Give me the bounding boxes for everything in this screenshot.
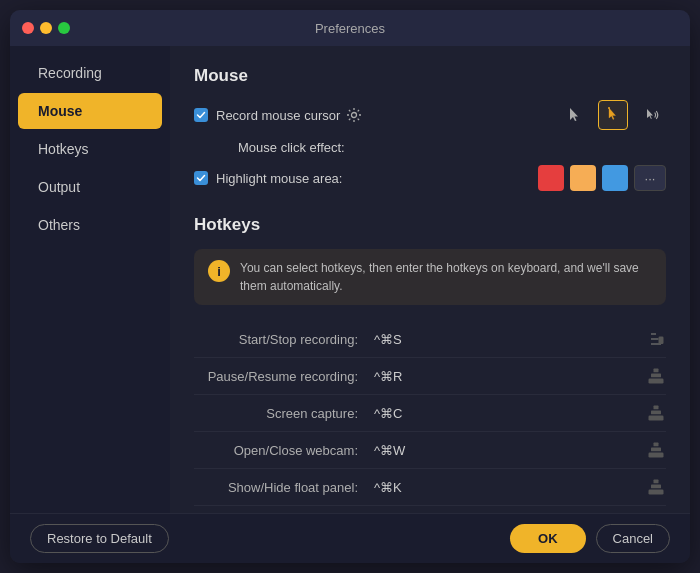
- main-content: Mouse Record mouse cursor: [170, 46, 690, 513]
- checkmark-icon: [196, 110, 206, 120]
- record-cursor-checkbox[interactable]: [194, 108, 208, 122]
- hotkey-pause-resume-label: Pause/Resume recording:: [194, 369, 374, 384]
- sidebar: Recording Mouse Hotkeys Output Others: [10, 46, 170, 513]
- hotkeys-section-title: Hotkeys: [194, 215, 666, 235]
- cancel-button[interactable]: Cancel: [596, 524, 670, 553]
- hotkey-webcam-edit[interactable]: [646, 440, 666, 460]
- svg-rect-2: [659, 337, 664, 345]
- title-bar: Preferences: [10, 10, 690, 46]
- mouse-click-row: Mouse click effect:: [216, 140, 666, 155]
- hotkeys-info-text: You can select hotkeys, then enter the h…: [240, 259, 652, 295]
- hotkey-start-stop-value: ^⌘S: [374, 332, 646, 347]
- highlight-area-checkbox-wrap: Highlight mouse area:: [194, 171, 342, 186]
- hotkey-screen-capture-value: ^⌘C: [374, 406, 646, 421]
- restore-default-button[interactable]: Restore to Default: [30, 524, 169, 553]
- svg-rect-5: [654, 369, 659, 373]
- mouse-section-title: Mouse: [194, 66, 666, 86]
- footer: Restore to Default OK Cancel: [10, 513, 690, 563]
- edit-icon-3: [646, 403, 666, 423]
- svg-rect-8: [654, 406, 659, 410]
- svg-rect-13: [651, 485, 661, 489]
- cursor-ripple-btn[interactable]: [636, 100, 666, 130]
- more-colors-btn[interactable]: ···: [634, 165, 666, 191]
- color-yellow-btn[interactable]: [570, 165, 596, 191]
- hotkey-float-panel-edit[interactable]: [646, 477, 666, 497]
- sidebar-item-others[interactable]: Others: [18, 207, 162, 243]
- mouse-click-label: Mouse click effect:: [238, 140, 345, 155]
- highlight-colors: ···: [538, 165, 666, 191]
- ok-button[interactable]: OK: [510, 524, 586, 553]
- hotkey-row-pause-resume: Pause/Resume recording: ^⌘R: [194, 358, 666, 395]
- record-cursor-label: Record mouse cursor: [216, 108, 340, 123]
- cursor-normal-btn[interactable]: [560, 100, 590, 130]
- hotkeys-info-box: i You can select hotkeys, then enter the…: [194, 249, 666, 305]
- edit-icon: [646, 329, 666, 349]
- svg-rect-14: [654, 480, 659, 484]
- cursor-click-btn[interactable]: [598, 100, 628, 130]
- sidebar-item-output[interactable]: Output: [18, 169, 162, 205]
- maximize-button[interactable]: [58, 22, 70, 34]
- hotkey-webcam-label: Open/Close webcam:: [194, 443, 374, 458]
- hotkey-row-webcam: Open/Close webcam: ^⌘W: [194, 432, 666, 469]
- preferences-window: Preferences Recording Mouse Hotkeys Outp…: [10, 10, 690, 563]
- hotkey-start-stop-label: Start/Stop recording:: [194, 332, 374, 347]
- footer-buttons: OK Cancel: [510, 524, 670, 553]
- svg-rect-4: [651, 374, 661, 378]
- hotkey-row-float-panel: Show/Hide float panel: ^⌘K: [194, 469, 666, 506]
- cursor-ripple-icon: [642, 106, 660, 124]
- cursor-normal-icon: [566, 106, 584, 124]
- hotkey-pause-resume-value: ^⌘R: [374, 369, 646, 384]
- record-cursor-checkbox-wrap: Record mouse cursor: [194, 108, 340, 123]
- cursor-effect-options: [560, 100, 666, 130]
- sidebar-item-hotkeys[interactable]: Hotkeys: [18, 131, 162, 167]
- hotkey-start-stop-edit[interactable]: [646, 329, 666, 349]
- edit-icon-5: [646, 477, 666, 497]
- svg-point-1: [608, 107, 610, 109]
- info-icon: i: [208, 260, 230, 282]
- sidebar-item-mouse[interactable]: Mouse: [18, 93, 162, 129]
- hotkey-float-panel-value: ^⌘K: [374, 480, 646, 495]
- svg-rect-6: [649, 416, 664, 421]
- svg-rect-3: [649, 379, 664, 384]
- window-controls: [22, 22, 70, 34]
- hotkey-screen-capture-label: Screen capture:: [194, 406, 374, 421]
- svg-rect-9: [649, 453, 664, 458]
- checkmark-icon-2: [196, 173, 206, 183]
- hotkey-pause-resume-edit[interactable]: [646, 366, 666, 386]
- highlight-area-row: Highlight mouse area: ···: [194, 165, 666, 191]
- highlight-area-checkbox[interactable]: [194, 171, 208, 185]
- hotkey-row-screen-capture: Screen capture: ^⌘C: [194, 395, 666, 432]
- edit-icon-2: [646, 366, 666, 386]
- svg-rect-7: [651, 411, 661, 415]
- mouse-section: Mouse Record mouse cursor: [194, 66, 666, 191]
- hotkey-webcam-value: ^⌘W: [374, 443, 646, 458]
- hotkeys-section: Hotkeys i You can select hotkeys, then e…: [194, 215, 666, 506]
- cursor-click-icon: [604, 106, 622, 124]
- close-button[interactable]: [22, 22, 34, 34]
- color-blue-btn[interactable]: [602, 165, 628, 191]
- color-red-btn[interactable]: [538, 165, 564, 191]
- svg-rect-12: [649, 490, 664, 495]
- hotkey-screen-capture-edit[interactable]: [646, 403, 666, 423]
- settings-gear-icon[interactable]: [346, 107, 362, 123]
- svg-rect-10: [651, 448, 661, 452]
- window-title: Preferences: [315, 21, 385, 36]
- svg-rect-11: [654, 443, 659, 447]
- sidebar-item-recording[interactable]: Recording: [18, 55, 162, 91]
- window-content: Recording Mouse Hotkeys Output Others Mo…: [10, 46, 690, 513]
- hotkey-float-panel-label: Show/Hide float panel:: [194, 480, 374, 495]
- svg-point-0: [352, 113, 357, 118]
- highlight-area-label: Highlight mouse area:: [216, 171, 342, 186]
- minimize-button[interactable]: [40, 22, 52, 34]
- hotkey-row-start-stop: Start/Stop recording: ^⌘S: [194, 321, 666, 358]
- record-cursor-row: Record mouse cursor: [194, 100, 666, 130]
- edit-icon-4: [646, 440, 666, 460]
